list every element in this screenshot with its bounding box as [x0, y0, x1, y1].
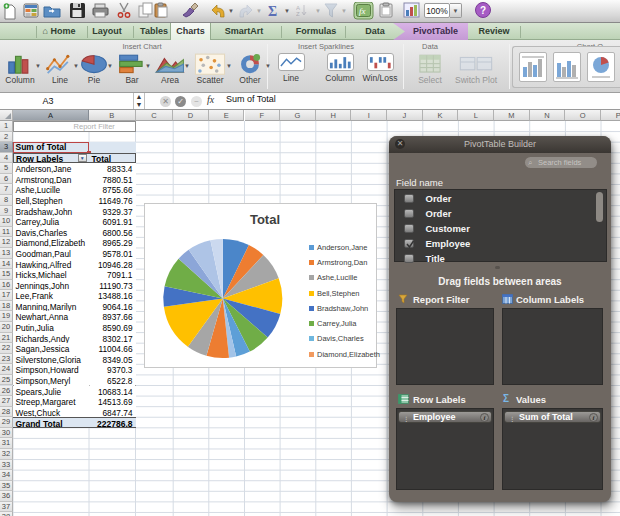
- svg-text:▼: ▼: [228, 8, 234, 14]
- svg-text:fx: fx: [359, 6, 366, 16]
- svg-text:▼: ▼: [315, 8, 321, 14]
- svg-text:▼: ▼: [284, 8, 290, 14]
- svg-text:Z: Z: [296, 11, 300, 17]
- svg-text:▼: ▼: [256, 8, 262, 14]
- svg-text:?: ?: [480, 5, 486, 16]
- svg-text:▼: ▼: [341, 8, 347, 14]
- svg-text:Σ: Σ: [503, 393, 509, 404]
- svg-text:Σ: Σ: [268, 4, 277, 19]
